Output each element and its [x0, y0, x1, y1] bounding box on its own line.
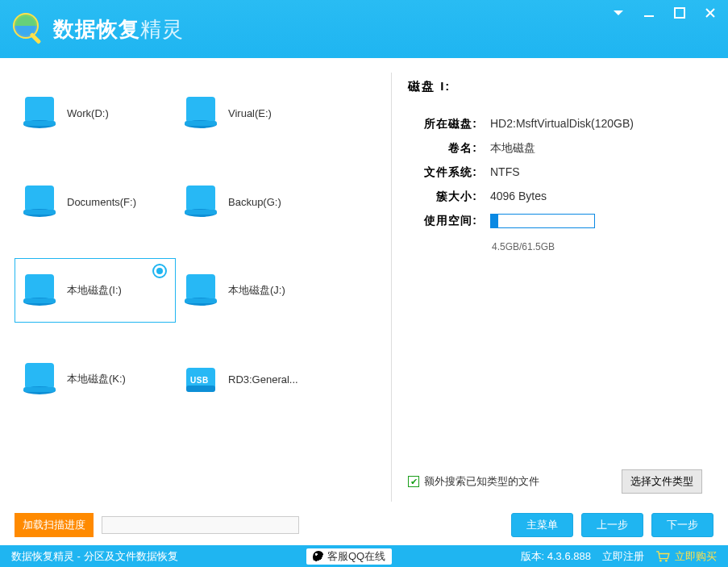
val-volume: 本地磁盘: [480, 141, 535, 156]
select-file-types-button[interactable]: 选择文件类型: [622, 469, 702, 494]
disk-item-4[interactable]: 本地磁盘(I:): [15, 258, 176, 323]
val-location: HD2:MsftVirtualDisk(120GB): [480, 117, 634, 130]
version-label: 版本: 4.3.6.888: [521, 549, 591, 564]
qq-penguin-icon: [313, 551, 324, 562]
label-cluster: 簇大小:: [408, 190, 480, 204]
disk-item-0[interactable]: Work(D:): [15, 81, 176, 145]
titlebar: 数据恢复精灵: [0, 0, 728, 58]
usage-bar: [490, 214, 595, 228]
svg-rect-9: [23, 210, 56, 215]
minimize-button[interactable]: [643, 6, 655, 19]
extra-search-label: 额外搜索已知类型的文件: [424, 474, 539, 489]
disk-item-3[interactable]: Backup(G:): [176, 169, 337, 234]
progress-bar: [102, 516, 299, 534]
buy-button[interactable]: 立即购买: [655, 549, 717, 564]
disk-item-6[interactable]: 本地磁盘(K:): [15, 347, 176, 411]
svg-rect-5: [23, 121, 56, 126]
svg-rect-13: [23, 298, 56, 303]
hard-drive-icon: [22, 274, 57, 306]
menu-dropdown-icon[interactable]: [612, 6, 625, 19]
disk-label: Virual(E:): [228, 107, 272, 119]
main-menu-button[interactable]: 主菜单: [511, 513, 573, 537]
disk-label: Work(D:): [67, 107, 109, 119]
title-main: 数据恢复: [53, 17, 140, 41]
title-accent: 精灵: [140, 17, 184, 41]
hard-drive-icon: [183, 97, 218, 129]
svg-rect-3: [675, 8, 684, 18]
disk-details-pane: 磁盘 I: 所在磁盘:HD2:MsftVirtualDisk(120GB) 卷名…: [391, 73, 713, 502]
next-button[interactable]: 下一步: [651, 513, 713, 537]
svg-rect-2: [644, 15, 654, 17]
close-button[interactable]: [704, 6, 717, 19]
cart-icon: [655, 551, 670, 562]
checkbox-checked-icon[interactable]: ✔: [408, 476, 419, 487]
disk-item-5[interactable]: 本地磁盘(J:): [176, 258, 337, 323]
label-fs: 文件系统:: [408, 165, 480, 180]
buy-label: 立即购买: [675, 549, 717, 564]
svg-point-20: [659, 560, 662, 562]
detail-title: 磁盘 I:: [408, 79, 702, 94]
hard-drive-icon: [22, 97, 57, 129]
hard-drive-icon: [22, 363, 57, 395]
load-progress-button[interactable]: 加载扫描进度: [15, 513, 94, 537]
disk-label: RD3:General...: [228, 373, 298, 386]
disk-label: Backup(G:): [228, 196, 281, 208]
qq-support-button[interactable]: 客服QQ在线: [306, 548, 392, 565]
disk-label: 本地磁盘(I:): [67, 283, 122, 298]
disk-item-7[interactable]: USBRD3:General...: [176, 347, 337, 411]
label-location: 所在磁盘:: [408, 117, 480, 131]
svg-rect-17: [23, 387, 56, 392]
hard-drive-icon: [183, 186, 218, 218]
window-controls: [612, 6, 717, 19]
svg-rect-15: [185, 298, 217, 303]
disk-label: 本地磁盘(K:): [67, 372, 126, 386]
register-link[interactable]: 立即注册: [602, 549, 644, 564]
maximize-button[interactable]: [673, 6, 686, 19]
svg-rect-7: [185, 121, 217, 126]
label-volume: 卷名:: [408, 141, 480, 156]
app-logo: 数据恢复精灵: [11, 11, 184, 47]
status-mode: 数据恢复精灵 - 分区及文件数据恢复: [11, 549, 178, 564]
hard-drive-icon: [183, 274, 218, 306]
val-cluster: 4096 Bytes: [480, 190, 547, 202]
svg-rect-19: [186, 386, 215, 392]
app-title: 数据恢复精灵: [53, 15, 184, 44]
usb-drive-icon: USB: [183, 363, 218, 395]
disk-label: 本地磁盘(J:): [228, 283, 285, 298]
disk-list-pane: Work(D:)Virual(E:)Documents(F:)Backup(G:…: [15, 73, 386, 502]
action-row: 加载扫描进度 主菜单 上一步 下一步: [0, 510, 728, 545]
extra-search-option[interactable]: ✔ 额外搜索已知类型的文件: [408, 474, 539, 489]
hard-drive-icon: [22, 186, 57, 218]
qq-label: 客服QQ在线: [327, 549, 385, 564]
statusbar: 数据恢复精灵 - 分区及文件数据恢复 客服QQ在线 版本: 4.3.6.888 …: [0, 545, 728, 567]
disk-label: Documents(F:): [67, 196, 136, 208]
main-area: Work(D:)Virual(E:)Documents(F:)Backup(G:…: [0, 58, 728, 510]
svg-point-21: [665, 560, 668, 562]
disk-item-1[interactable]: Virual(E:): [176, 81, 337, 145]
prev-button[interactable]: 上一步: [581, 513, 643, 537]
disk-item-2[interactable]: Documents(F:): [15, 169, 176, 234]
usage-text: 4.5GB/61.5GB: [492, 241, 702, 252]
svg-rect-11: [185, 210, 217, 215]
val-fs: NTFS: [480, 165, 520, 178]
label-usage: 使用空间:: [408, 214, 480, 228]
logo-icon: [11, 11, 47, 47]
